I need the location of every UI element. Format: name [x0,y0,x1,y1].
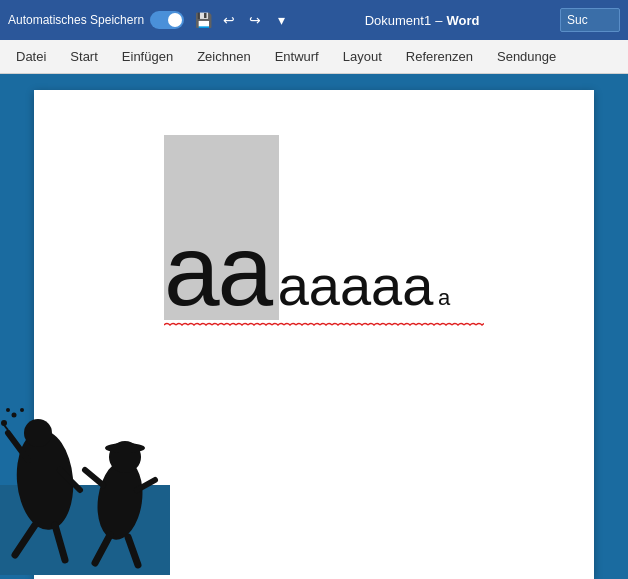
tab-datei[interactable]: Datei [4,40,58,73]
svg-point-10 [6,408,10,412]
autosave-label: Automatisches Speichern [8,13,144,27]
ribbon-menu: Datei Start Einfügen Zeichnen Entwurf La… [0,40,628,74]
spell-check-underline [164,322,484,326]
tab-entwurf[interactable]: Entwurf [263,40,331,73]
title-bar: Automatisches Speichern 💾 ↩ ↪ ▾ Dokument… [0,0,628,40]
tab-referenzen[interactable]: Referenzen [394,40,485,73]
stick-figures [0,285,170,579]
svg-line-11 [4,425,8,430]
document-area: aa aaaaa a [0,74,628,579]
title-center: Dokument1 – Word [298,13,546,28]
font-char-medium: aaaaa [278,254,434,317]
toggle-knob [168,13,182,27]
svg-point-9 [20,408,24,412]
app-name: Word [446,13,479,28]
font-char-large: aa [164,214,271,326]
tab-sendungen[interactable]: Sendunge [485,40,568,73]
tab-layout[interactable]: Layout [331,40,394,73]
font-char-tiny: a [438,285,450,310]
tab-einfuegen[interactable]: Einfügen [110,40,185,73]
redo-icon[interactable]: ↪ [244,9,266,31]
autosave-toggle[interactable] [150,11,184,29]
svg-point-2 [24,419,52,447]
svg-line-15 [85,470,103,485]
doc-title: Dokument1 [365,13,431,28]
undo-icon[interactable]: ↩ [218,9,240,31]
options-icon[interactable]: ▾ [270,9,292,31]
tab-zeichnen[interactable]: Zeichnen [185,40,262,73]
title-separator: – [435,13,442,28]
search-placeholder: Suc [567,13,588,27]
tab-start[interactable]: Start [58,40,109,73]
svg-point-14 [105,443,145,453]
svg-point-8 [12,413,17,418]
save-icon[interactable]: 💾 [192,9,214,31]
font-text-display: aa aaaaa a [164,220,450,320]
font-preview: aa aaaaa a [164,220,574,320]
toolbar-icons: 💾 ↩ ↪ ▾ [192,9,292,31]
search-bar[interactable]: Suc [560,8,620,32]
